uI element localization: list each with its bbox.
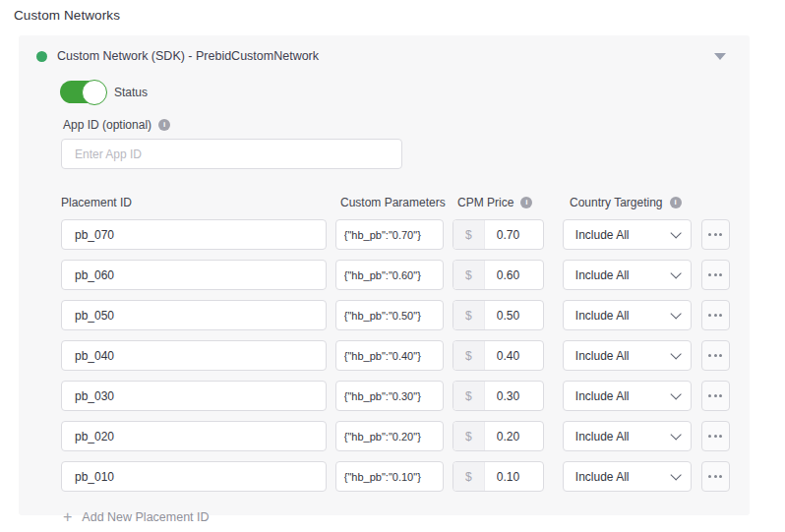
cpm-price-input[interactable] [485,341,543,370]
info-icon[interactable]: i [520,197,532,208]
country-targeting-select[interactable]: Include All [563,421,692,451]
placement-id-input[interactable] [61,421,327,451]
cpm-price-input[interactable] [485,220,543,249]
ellipsis-icon [708,233,722,236]
cpm-price-header-label: CPM Price [457,196,513,209]
status-label: Status [114,86,148,99]
row-options-button[interactable] [701,421,730,451]
country-targeting-select[interactable]: Include All [563,300,692,330]
cpm-price-input[interactable] [485,261,543,289]
row-options-button[interactable] [701,260,730,290]
toggle-knob [82,80,107,105]
country-targeting-value: Include All [575,430,630,443]
placement-id-input[interactable] [61,340,327,371]
cpm-price-field: $ [453,421,544,451]
plus-icon: + [63,510,72,524]
country-targeting-value: Include All [575,309,630,323]
currency-symbol: $ [453,462,485,491]
country-targeting-select[interactable]: Include All [563,340,692,371]
chevron-down-icon [670,227,681,238]
cpm-price-input[interactable] [485,422,543,450]
chevron-down-icon [670,388,681,399]
custom-parameters-header: Custom Parameters [340,196,449,209]
info-icon[interactable]: i [158,119,170,131]
chevron-down-icon [670,267,681,278]
placement-id-input[interactable] [61,300,327,330]
collapse-caret-icon[interactable] [714,53,726,60]
country-targeting-header-label: Country Targeting [570,196,663,209]
page-title: Custom Networks [14,8,785,23]
row-options-button[interactable] [701,219,730,250]
placement-row: $ Include All [61,461,730,492]
placement-id-input[interactable] [61,381,327,411]
ellipsis-icon [708,314,722,317]
placement-id-input[interactable] [61,219,327,250]
cpm-price-input[interactable] [485,301,543,329]
currency-symbol: $ [453,382,485,410]
placement-row: $ Include All [61,219,730,250]
app-id-label: App ID (optional) [63,118,151,132]
currency-symbol: $ [453,220,485,249]
cpm-price-field: $ [453,300,544,330]
placement-row: $ Include All [61,340,730,371]
country-targeting-value: Include All [575,389,630,403]
country-targeting-value: Include All [575,268,630,282]
custom-parameters-input[interactable] [335,219,444,250]
placement-id-header: Placement ID [61,196,332,209]
cpm-price-field: $ [453,340,544,371]
cpm-price-field: $ [453,381,544,411]
placement-id-input[interactable] [61,260,327,290]
cpm-price-input[interactable] [485,462,543,491]
currency-symbol: $ [453,301,485,329]
country-targeting-value: Include All [575,228,630,242]
currency-symbol: $ [453,422,485,450]
placement-id-input[interactable] [61,461,327,492]
currency-symbol: $ [453,261,485,289]
chevron-down-icon [670,469,681,480]
country-targeting-select[interactable]: Include All [563,381,692,411]
cpm-price-input[interactable] [485,382,543,410]
placement-row: $ Include All [61,421,730,451]
country-targeting-select[interactable]: Include All [563,461,692,492]
custom-parameters-input[interactable] [335,421,444,451]
custom-parameters-input[interactable] [335,300,444,330]
add-placement-button[interactable]: + Add New Placement ID [63,510,730,524]
network-header: Custom Network (SDK) - PrebidCustomNetwo… [36,44,730,68]
status-toggle[interactable] [60,81,105,103]
ellipsis-icon [708,273,722,276]
custom-parameters-input[interactable] [335,340,444,371]
placement-row: $ Include All [61,260,730,290]
custom-parameters-input[interactable] [335,381,444,411]
placement-id-header-label: Placement ID [61,196,132,209]
row-options-button[interactable] [701,381,730,411]
placements-header-row: Placement ID Custom Parameters CPM Price… [61,196,730,209]
ellipsis-icon [708,475,722,478]
country-targeting-select[interactable]: Include All [563,260,692,290]
ellipsis-icon [708,435,722,438]
placement-row: $ Include All [61,300,730,330]
custom-parameters-input[interactable] [335,260,444,290]
currency-symbol: $ [453,341,485,370]
custom-parameters-input[interactable] [335,461,444,492]
status-dot-icon [36,51,47,62]
chevron-down-icon [670,348,681,359]
country-targeting-value: Include All [575,470,630,484]
ellipsis-icon [708,354,722,357]
cpm-price-field: $ [453,219,544,250]
cpm-price-field: $ [453,260,544,290]
cpm-price-header: CPM Price i [457,196,551,209]
row-options-button[interactable] [701,461,730,492]
info-icon[interactable]: i [670,197,682,208]
row-options-button[interactable] [701,340,730,371]
app-id-input[interactable] [61,139,402,169]
status-row: Status [60,81,730,103]
country-targeting-select[interactable]: Include All [563,219,692,250]
row-options-button[interactable] [701,300,730,330]
placement-row: $ Include All [61,381,730,411]
ellipsis-icon [708,394,722,397]
app-id-label-row: App ID (optional) i [63,118,730,132]
network-title: Custom Network (SDK) - PrebidCustomNetwo… [57,49,319,63]
custom-network-card: Custom Network (SDK) - PrebidCustomNetwo… [19,35,750,515]
country-targeting-header: Country Targeting i [570,196,700,209]
cpm-price-field: $ [453,461,544,492]
